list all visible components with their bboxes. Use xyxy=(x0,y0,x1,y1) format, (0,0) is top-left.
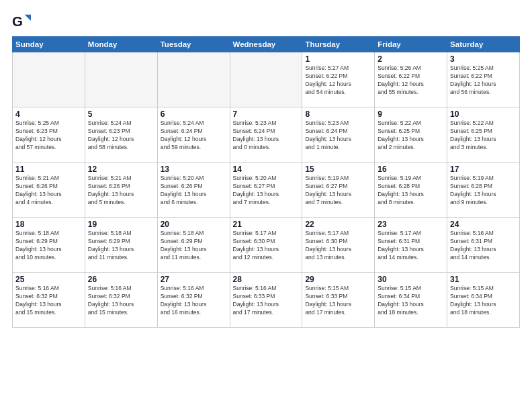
weekday-header: Wednesday xyxy=(230,37,302,52)
calendar-table: SundayMondayTuesdayWednesdayThursdayFrid… xyxy=(12,36,520,328)
calendar-cell: 18Sunrise: 5:18 AM Sunset: 6:29 PM Dayli… xyxy=(13,218,85,273)
day-number: 30 xyxy=(378,275,444,284)
calendar-cell: 11Sunrise: 5:21 AM Sunset: 6:26 PM Dayli… xyxy=(13,163,85,218)
calendar-week-row: 25Sunrise: 5:16 AM Sunset: 6:32 PM Dayli… xyxy=(13,273,520,328)
day-info: Sunrise: 5:23 AM Sunset: 6:24 PM Dayligh… xyxy=(305,120,371,152)
day-info: Sunrise: 5:19 AM Sunset: 6:27 PM Dayligh… xyxy=(305,175,371,207)
day-info: Sunrise: 5:17 AM Sunset: 6:30 PM Dayligh… xyxy=(305,230,371,262)
day-number: 28 xyxy=(233,275,300,284)
day-number: 8 xyxy=(305,109,371,119)
day-info: Sunrise: 5:22 AM Sunset: 6:25 PM Dayligh… xyxy=(450,120,517,152)
day-number: 6 xyxy=(161,109,227,119)
svg-text:G: G xyxy=(12,13,23,29)
day-number: 27 xyxy=(161,275,227,284)
calendar-cell: 10Sunrise: 5:22 AM Sunset: 6:25 PM Dayli… xyxy=(447,107,520,163)
calendar-week-row: 11Sunrise: 5:21 AM Sunset: 6:26 PM Dayli… xyxy=(13,163,520,218)
calendar-week-row: 1Sunrise: 5:27 AM Sunset: 6:22 PM Daylig… xyxy=(13,52,520,107)
calendar-week-row: 4Sunrise: 5:25 AM Sunset: 6:23 PM Daylig… xyxy=(13,107,520,163)
logo: G xyxy=(12,12,32,31)
day-info: Sunrise: 5:16 AM Sunset: 6:32 PM Dayligh… xyxy=(88,285,154,317)
day-number: 5 xyxy=(88,109,154,119)
calendar-cell xyxy=(13,52,85,107)
calendar-body: 1Sunrise: 5:27 AM Sunset: 6:22 PM Daylig… xyxy=(13,52,520,328)
day-info: Sunrise: 5:20 AM Sunset: 6:27 PM Dayligh… xyxy=(233,175,300,207)
day-info: Sunrise: 5:16 AM Sunset: 6:32 PM Dayligh… xyxy=(15,285,82,317)
day-info: Sunrise: 5:20 AM Sunset: 6:26 PM Dayligh… xyxy=(161,175,227,207)
day-info: Sunrise: 5:15 AM Sunset: 6:34 PM Dayligh… xyxy=(450,285,517,317)
weekday-header: Thursday xyxy=(302,37,375,52)
day-number: 13 xyxy=(161,165,227,174)
day-number: 7 xyxy=(233,109,300,119)
calendar-cell: 24Sunrise: 5:16 AM Sunset: 6:31 PM Dayli… xyxy=(447,218,520,273)
day-number: 26 xyxy=(88,275,154,284)
day-info: Sunrise: 5:16 AM Sunset: 6:32 PM Dayligh… xyxy=(161,285,227,317)
day-number: 3 xyxy=(450,54,517,64)
calendar-cell: 5Sunrise: 5:24 AM Sunset: 6:23 PM Daylig… xyxy=(85,107,157,163)
day-info: Sunrise: 5:15 AM Sunset: 6:34 PM Dayligh… xyxy=(378,285,444,317)
day-number: 1 xyxy=(305,54,371,64)
day-info: Sunrise: 5:19 AM Sunset: 6:28 PM Dayligh… xyxy=(450,175,517,207)
weekday-row: SundayMondayTuesdayWednesdayThursdayFrid… xyxy=(13,37,520,52)
day-number: 23 xyxy=(378,220,444,229)
day-number: 12 xyxy=(88,165,154,174)
calendar-cell: 21Sunrise: 5:17 AM Sunset: 6:30 PM Dayli… xyxy=(230,218,302,273)
day-number: 2 xyxy=(378,54,444,64)
day-number: 14 xyxy=(233,165,300,174)
calendar-cell: 7Sunrise: 5:23 AM Sunset: 6:24 PM Daylig… xyxy=(230,107,302,163)
day-number: 15 xyxy=(305,165,371,174)
day-number: 9 xyxy=(378,109,444,119)
calendar-week-row: 18Sunrise: 5:18 AM Sunset: 6:29 PM Dayli… xyxy=(13,218,520,273)
calendar-cell: 27Sunrise: 5:16 AM Sunset: 6:32 PM Dayli… xyxy=(157,273,230,328)
day-info: Sunrise: 5:25 AM Sunset: 6:22 PM Dayligh… xyxy=(450,64,517,97)
day-info: Sunrise: 5:22 AM Sunset: 6:25 PM Dayligh… xyxy=(378,120,444,152)
day-number: 11 xyxy=(15,165,82,174)
day-number: 20 xyxy=(161,220,227,229)
day-number: 25 xyxy=(15,275,82,284)
calendar-cell: 30Sunrise: 5:15 AM Sunset: 6:34 PM Dayli… xyxy=(375,273,447,328)
day-number: 22 xyxy=(305,220,371,229)
calendar-cell: 22Sunrise: 5:17 AM Sunset: 6:30 PM Dayli… xyxy=(302,218,375,273)
day-info: Sunrise: 5:21 AM Sunset: 6:26 PM Dayligh… xyxy=(88,175,154,207)
calendar-cell: 1Sunrise: 5:27 AM Sunset: 6:22 PM Daylig… xyxy=(302,52,375,107)
calendar-cell: 15Sunrise: 5:19 AM Sunset: 6:27 PM Dayli… xyxy=(302,163,375,218)
day-info: Sunrise: 5:18 AM Sunset: 6:29 PM Dayligh… xyxy=(161,230,227,262)
calendar-cell: 13Sunrise: 5:20 AM Sunset: 6:26 PM Dayli… xyxy=(157,163,230,218)
calendar-cell xyxy=(85,52,157,107)
weekday-header: Monday xyxy=(85,37,157,52)
day-number: 4 xyxy=(15,109,82,119)
calendar-cell: 14Sunrise: 5:20 AM Sunset: 6:27 PM Dayli… xyxy=(230,163,302,218)
calendar-cell: 31Sunrise: 5:15 AM Sunset: 6:34 PM Dayli… xyxy=(447,273,520,328)
calendar-cell: 16Sunrise: 5:19 AM Sunset: 6:28 PM Dayli… xyxy=(375,163,447,218)
calendar-cell: 12Sunrise: 5:21 AM Sunset: 6:26 PM Dayli… xyxy=(85,163,157,218)
day-info: Sunrise: 5:24 AM Sunset: 6:23 PM Dayligh… xyxy=(88,120,154,152)
day-number: 10 xyxy=(450,109,517,119)
day-number: 18 xyxy=(15,220,82,229)
calendar-cell: 2Sunrise: 5:26 AM Sunset: 6:22 PM Daylig… xyxy=(375,52,447,107)
day-number: 19 xyxy=(88,220,154,229)
day-info: Sunrise: 5:23 AM Sunset: 6:24 PM Dayligh… xyxy=(233,120,300,152)
day-number: 24 xyxy=(450,220,517,229)
weekday-header: Tuesday xyxy=(157,37,230,52)
day-number: 29 xyxy=(305,275,371,284)
day-number: 21 xyxy=(233,220,300,229)
day-number: 31 xyxy=(450,275,517,284)
day-info: Sunrise: 5:18 AM Sunset: 6:29 PM Dayligh… xyxy=(88,230,154,262)
day-info: Sunrise: 5:25 AM Sunset: 6:23 PM Dayligh… xyxy=(15,120,82,152)
calendar-cell: 4Sunrise: 5:25 AM Sunset: 6:23 PM Daylig… xyxy=(13,107,85,163)
day-info: Sunrise: 5:27 AM Sunset: 6:22 PM Dayligh… xyxy=(305,64,371,97)
day-info: Sunrise: 5:24 AM Sunset: 6:24 PM Dayligh… xyxy=(161,120,227,152)
day-info: Sunrise: 5:15 AM Sunset: 6:33 PM Dayligh… xyxy=(305,285,371,317)
weekday-header: Sunday xyxy=(13,37,85,52)
calendar-cell: 9Sunrise: 5:22 AM Sunset: 6:25 PM Daylig… xyxy=(375,107,447,163)
header: G xyxy=(12,12,520,31)
calendar-cell: 20Sunrise: 5:18 AM Sunset: 6:29 PM Dayli… xyxy=(157,218,230,273)
calendar-cell: 28Sunrise: 5:16 AM Sunset: 6:33 PM Dayli… xyxy=(230,273,302,328)
weekday-header: Saturday xyxy=(447,37,520,52)
calendar-cell: 25Sunrise: 5:16 AM Sunset: 6:32 PM Dayli… xyxy=(13,273,85,328)
day-info: Sunrise: 5:16 AM Sunset: 6:33 PM Dayligh… xyxy=(233,285,300,317)
weekday-header: Friday xyxy=(375,37,447,52)
logo-icon: G xyxy=(12,12,31,31)
calendar-cell: 6Sunrise: 5:24 AM Sunset: 6:24 PM Daylig… xyxy=(157,107,230,163)
day-info: Sunrise: 5:19 AM Sunset: 6:28 PM Dayligh… xyxy=(378,175,444,207)
calendar-cell: 29Sunrise: 5:15 AM Sunset: 6:33 PM Dayli… xyxy=(302,273,375,328)
